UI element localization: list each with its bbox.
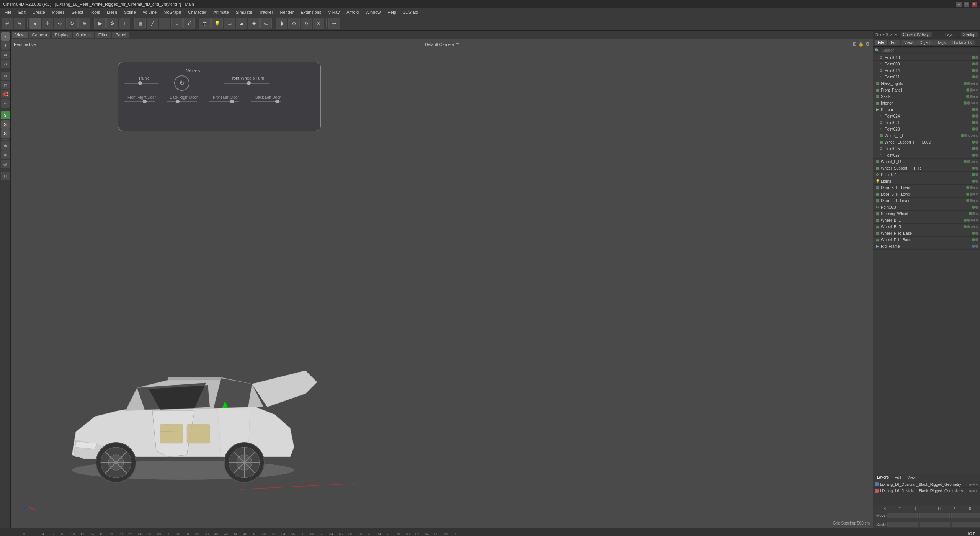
table-row[interactable]: 💡 Lights — [873, 178, 980, 185]
table-row[interactable]: ▦ Door_F_L_Lever ⊕⊕ — [873, 198, 980, 204]
overlay-door-br-slider[interactable] — [167, 101, 197, 102]
pos-y-input[interactable] — [919, 513, 950, 518]
list-item[interactable]: LiXiang_L6_Obsidian_Black_Rigged_Control… — [873, 488, 980, 494]
obj-tab-edit[interactable]: Edit — [888, 40, 900, 45]
tool-transform[interactable]: ⊕ — [78, 18, 90, 29]
overlay-door-fl-slider[interactable] — [209, 101, 239, 102]
node-layout-value[interactable]: Startup — [961, 32, 978, 37]
tool-point[interactable]: ◦ — [159, 18, 170, 29]
tool-add[interactable]: + — [119, 18, 130, 29]
tool-xref[interactable]: ⊠ — [313, 18, 324, 29]
obj-search-input[interactable] — [881, 48, 978, 53]
menu-help[interactable]: Help — [384, 9, 399, 15]
table-row[interactable]: ▦ Wheel_F_L_Base — [873, 237, 980, 243]
table-row[interactable]: ⊙ Point014 — [873, 67, 980, 74]
menu-window[interactable]: Window — [363, 9, 384, 15]
tool-light[interactable]: 💡 — [211, 18, 223, 29]
table-row[interactable]: ⊙ Point009 — [873, 61, 980, 67]
tool-instance[interactable]: ⊚ — [301, 18, 312, 29]
table-row[interactable]: ▦ Wheel_Support_F_F_L002 — [873, 139, 980, 145]
tool-select[interactable]: ▾ — [1, 32, 10, 41]
tool-move-icon[interactable]: ✛ — [1, 41, 10, 50]
close-button[interactable]: ✕ — [972, 2, 977, 7]
menu-simulate[interactable]: Simulate — [233, 9, 255, 15]
menu-tracker[interactable]: Tracker — [256, 9, 276, 15]
table-row[interactable]: ▦ Glass_Lights ⊕⊕⊕ — [873, 80, 980, 87]
viewport-tab-view[interactable]: View — [12, 32, 28, 38]
tool-object[interactable]: ○ — [171, 18, 183, 29]
table-row[interactable]: ⊙ Point011 — [873, 74, 980, 80]
menu-file[interactable]: File — [2, 9, 15, 15]
tool-s-icon[interactable]: S — [1, 111, 10, 119]
layer-tab-layers[interactable]: Layers — [875, 475, 891, 480]
tool-scale-icon[interactable]: ⇔ — [1, 51, 10, 59]
table-row[interactable]: ⊙ Point018 — [873, 54, 980, 61]
table-row[interactable]: ⊙ Point024 — [873, 113, 980, 119]
scale-z-input[interactable] — [952, 522, 980, 527]
viewport-icon-settings[interactable]: ⚙ — [866, 41, 870, 47]
menu-volume[interactable]: Volume — [140, 9, 160, 15]
tool-rotate[interactable]: ↻ — [66, 18, 78, 29]
tool-knife[interactable]: ✂ — [1, 72, 10, 80]
table-row[interactable]: ▦ Door_B_R_Lever ⊕⊕ — [873, 185, 980, 191]
pos-x-input[interactable] — [887, 513, 918, 518]
overlay-fwt-slider[interactable] — [224, 83, 270, 84]
table-row[interactable]: ⊙ Point027 — [873, 172, 980, 178]
viewport[interactable]: Perspective Default Camera ** ⊞ 🔒 ⚙ — [11, 39, 873, 528]
tool-move[interactable]: ✛ — [42, 18, 53, 29]
obj-tab-tags[interactable]: Tags — [934, 40, 949, 45]
viewport-icon-lock[interactable]: 🔒 — [858, 41, 864, 47]
tool-s3-icon[interactable]: S — [1, 129, 10, 138]
table-row[interactable]: ▦ Seats ⊕⊕ — [873, 93, 980, 100]
obj-tab-view[interactable]: View — [901, 40, 916, 45]
tool-null[interactable]: ⊙ — [288, 18, 300, 29]
tool-floor[interactable]: ▭ — [224, 18, 235, 29]
menu-animate[interactable]: Animate — [210, 9, 232, 15]
overlay-door-fr-slider[interactable] — [124, 101, 155, 102]
tool-deformer[interactable]: ⧫ — [276, 18, 287, 29]
viewport-icon-expand[interactable]: ⊞ — [853, 41, 857, 47]
tool-sky[interactable]: ☁ — [236, 18, 247, 29]
tool-camera[interactable]: 📷 — [199, 18, 211, 29]
tool-paint[interactable]: 🖌 — [183, 18, 195, 29]
tool-loop-sel[interactable]: ◻ — [1, 81, 10, 89]
menu-create[interactable]: Create — [29, 9, 48, 15]
menu-select[interactable]: Select — [69, 9, 87, 15]
table-row[interactable]: ⊙ Point027 — [873, 152, 980, 159]
tool-s2-icon[interactable]: S — [1, 120, 10, 129]
table-row[interactable]: ▦ Wheel_F_R ⊕⊕⊕ — [873, 159, 980, 165]
menu-mesh[interactable]: Mesh — [104, 9, 120, 15]
table-row[interactable]: ▦ Wheel_F_R_Base — [873, 230, 980, 237]
viewport-tab-display[interactable]: Display — [52, 32, 72, 38]
tool-edge[interactable]: ╱ — [147, 18, 158, 29]
menu-spline[interactable]: Spline — [121, 9, 139, 15]
table-row[interactable]: ▦ Door_B_R_Lever ⊕⊕ — [873, 191, 980, 198]
tool-snap[interactable]: ◎ — [1, 160, 10, 168]
tool-magnet2[interactable]: ⊕ — [1, 141, 10, 150]
layer-tab-view[interactable]: View — [905, 475, 918, 480]
table-row[interactable]: ⊙ Point025 — [873, 145, 980, 152]
table-row[interactable]: ▦ Steering_Wheel ⊕ — [873, 211, 980, 217]
tool-select-model[interactable]: ● — [29, 18, 41, 29]
table-row[interactable]: ▦ Interior ⊕⊕⊕ — [873, 100, 980, 106]
obj-tab-file[interactable]: File — [875, 40, 887, 45]
viewport-tab-filter[interactable]: Filter — [95, 32, 111, 38]
table-row[interactable]: ▶ Rig_Frame — [873, 243, 980, 250]
menu-tools[interactable]: Tools — [87, 9, 103, 15]
menu-edit[interactable]: Edit — [15, 9, 29, 15]
tool-joint[interactable]: ⊶ — [328, 18, 340, 29]
menu-extensions[interactable]: Extensions — [297, 9, 324, 15]
table-row[interactable]: ⊙ Point023 — [873, 204, 980, 211]
tool-material[interactable]: ◈ — [248, 18, 260, 29]
table-row[interactable]: ▦ Wheel_B_L ⊕⊕⊕ — [873, 217, 980, 224]
tool-render-settings[interactable]: ⚙ — [106, 18, 118, 29]
pos-z-input[interactable] — [951, 513, 980, 518]
table-row[interactable]: ▦ Wheel_F_L ⊕⊕⊕⊕ — [873, 132, 980, 139]
table-row[interactable]: ▦ Wheel_Support_F_F_R — [873, 165, 980, 172]
viewport-tab-panel[interactable]: Panel — [112, 32, 129, 38]
overlay-wheels-icon[interactable]: ↻ — [174, 75, 189, 91]
obj-tab-bookmarks[interactable]: Bookmarks — [949, 40, 975, 45]
menu-modes[interactable]: Modes — [49, 9, 68, 15]
menu-vray[interactable]: V-Ray — [325, 9, 343, 15]
table-row[interactable]: ▶ Bottom — [873, 106, 980, 113]
